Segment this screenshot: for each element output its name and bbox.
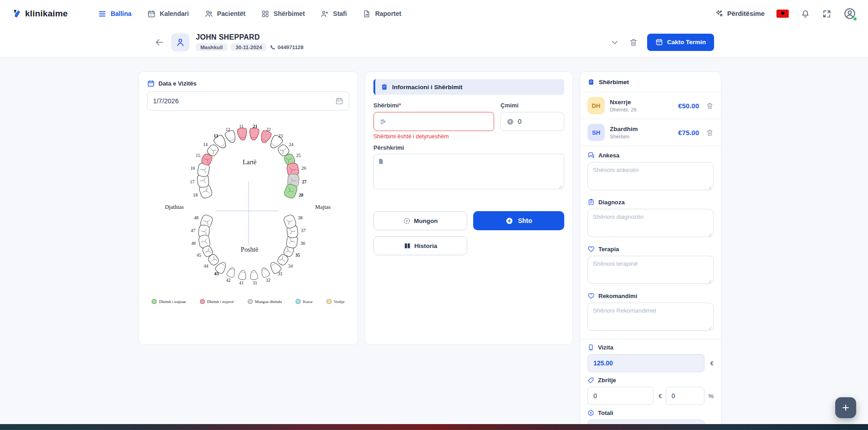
bottom-strip [0,424,868,430]
updates-button[interactable]: Përditësime [715,9,765,18]
user-avatar[interactable] [843,7,856,20]
fullscreen-icon[interactable] [822,9,832,19]
patient-name: JOHN SHEPPARD [196,33,303,41]
cakto-termin-button[interactable]: Cakto Termin [647,34,714,51]
svg-text:12: 12 [225,127,230,132]
legend-item: Dhëmb i nxjerrë [200,299,234,304]
svg-text:43: 43 [214,271,219,276]
service-price: €75.00 [678,129,699,137]
svg-text:28: 28 [299,192,303,197]
service-row: DH Nxerrje Dhëmbi: 26 €50.00 [580,92,721,119]
nav-label: Stafi [333,10,347,17]
heart-icon [587,292,595,299]
nav-label: Pacientët [217,10,245,17]
dental-chart-legend: Dhëmb i trajtuar Dhëmb i nxjerrë Mungon … [147,299,349,304]
shto-button[interactable]: Shto [473,211,564,230]
service-avatar: SH [587,124,605,141]
svg-text:27: 27 [302,179,306,184]
visit-card-icon [587,344,594,351]
delete-patient-trash-icon[interactable] [629,38,638,47]
calendar-picker-icon[interactable] [335,97,343,105]
svg-text:41: 41 [239,280,244,285]
nav-label: Kalendari [160,10,189,17]
service-select-field[interactable] [373,112,494,131]
person-plus-icon [320,10,329,18]
rekomandimi-label: Rekomandimi [598,293,637,299]
ankesa-textarea[interactable] [587,162,714,190]
legend-item: Veshje [327,299,345,304]
visit-date-input[interactable] [153,97,335,105]
visit-card: Data e Vizitës LartëPoshtëDjathtasMajtas… [138,71,358,345]
rekomandimi-textarea[interactable] [587,303,714,331]
calendar-icon [147,80,155,87]
back-arrow-icon[interactable] [154,37,165,48]
tools-icon [379,118,387,126]
nav-item-stafi[interactable]: Stafi [320,10,347,18]
dental-chart[interactable]: LartëPoshtëDjathtasMajtas181716151413121… [147,117,349,295]
svg-text:31: 31 [253,280,257,285]
svg-text:24: 24 [289,142,293,147]
discount-eur-input[interactable] [587,387,654,405]
discount-pct-input[interactable] [666,387,705,405]
price-field[interactable]: € [500,112,564,131]
report-icon [363,10,371,18]
svg-text:Lartë: Lartë [243,158,257,166]
svg-text:22: 22 [266,127,271,132]
brand[interactable]: klinikaime [12,9,68,19]
svg-text:13: 13 [214,133,218,138]
visit-date-field[interactable] [147,91,349,111]
svg-text:17: 17 [190,179,194,184]
remove-service-trash-icon[interactable] [706,102,714,110]
svg-text:23: 23 [278,133,283,138]
top-navbar: klinikaime Ballina Kalendari Pacientët S… [0,0,868,27]
legend-item: Dhëmb i trajtuar [152,299,186,304]
svg-text:16: 16 [190,166,195,171]
service-form-card: Informacioni i Shërbimit Shërbimi* Shërb… [365,71,573,345]
nav-item-ballina[interactable]: Ballina [98,10,132,18]
svg-text:45: 45 [196,253,201,258]
service-select-input[interactable] [391,118,488,125]
notifications-bell-icon[interactable] [801,9,810,19]
euro-circle-icon: € [587,410,594,416]
patient-gender-badge: Mashkull [196,43,227,51]
svg-text:Djathtas: Djathtas [165,204,184,210]
nav-item-sherbimet[interactable]: Shërbimet [261,10,305,18]
svg-text:33: 33 [278,271,282,276]
svg-text:36: 36 [301,241,305,246]
vizita-label: Vizita [598,344,613,351]
chevron-down-icon[interactable] [610,37,620,47]
service-price: €50.00 [678,102,699,110]
terapia-textarea[interactable] [587,256,714,284]
sparkles-icon [715,9,724,18]
mungon-label: Mungon [414,218,438,224]
brand-name: klinikaime [25,9,68,19]
remove-service-trash-icon[interactable] [706,129,714,137]
historia-button[interactable]: Historia [373,236,467,255]
mungon-button[interactable]: Mungon [373,211,467,230]
currency-symbol: € [657,393,662,400]
vizita-amount-readonly: 125.00 [587,354,705,372]
percent-symbol: % [708,393,714,400]
floating-add-button[interactable] [835,397,856,418]
svg-text:14: 14 [203,142,208,147]
nav-item-kalendari[interactable]: Kalendari [147,10,189,18]
description-label: Përshkrimi [373,144,564,151]
svg-text:21: 21 [253,124,257,129]
legend-dot-treated [152,299,157,304]
dashed-circle-icon [403,217,411,225]
description-textarea[interactable] [373,154,564,189]
svg-text:26: 26 [301,166,306,171]
zbritje-label: Zbritje [598,377,616,384]
svg-text:48: 48 [194,215,199,220]
service-label: Shërbimi [373,102,399,109]
nav-item-raportet[interactable]: Raportet [363,10,402,18]
nav-item-pacientet[interactable]: Pacientët [204,10,245,18]
diagnoza-textarea[interactable] [587,209,714,237]
plus-icon [841,403,850,412]
tag-icon [587,377,594,384]
main-nav: Ballina Kalendari Pacientët Shërbimet St… [98,10,401,18]
language-flag-albania[interactable] [776,10,789,18]
svg-text:Poshtë: Poshtë [241,246,259,253]
eagle-icon [779,10,786,17]
clipboard-icon [381,83,388,91]
